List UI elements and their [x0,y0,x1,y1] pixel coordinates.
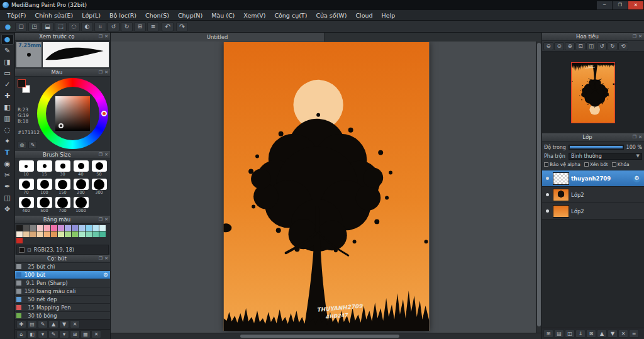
bút chì[interactable]: 25 bút chì ⚙ [15,263,110,271]
palette-swatch[interactable] [44,225,50,231]
ruler-icon[interactable]: ≡ [147,22,159,31]
bucket-tool[interactable]: ◧ [1,102,14,113]
brush-size-preset[interactable]: 10 [17,160,35,178]
edit-brush-icon[interactable]: ✎ [38,320,48,328]
vertical-scrollbar[interactable] [536,42,541,333]
gradient-tool[interactable]: ▥ [1,113,14,124]
navigator-thumbnail[interactable] [572,63,614,123]
palette-swatch[interactable] [30,231,36,237]
rotate-right-icon[interactable]: ↻ [608,42,618,50]
palette-swatch[interactable] [58,225,64,231]
layer-settings-icon[interactable]: ⚙ [633,174,641,182]
menu-item[interactable]: Bộ lọc(R) [105,12,141,19]
brush-size-preset[interactable]: 30 [53,160,72,178]
new-folder-icon[interactable]: ▤ [554,330,564,338]
menu-item[interactable]: Cloud [351,12,377,19]
palette-swatch[interactable] [23,231,30,237]
pencil-tool[interactable]: ✎ [1,45,14,56]
layer-up-icon[interactable]: ▲ [597,330,607,338]
checkbox-icon[interactable] [584,162,589,167]
open-icon[interactable]: ◳ [28,22,40,31]
brush-size-preset[interactable]: 200 [72,179,90,196]
delete-brush-icon[interactable]: ✕ [70,320,80,328]
main-color-icon[interactable]: ● [2,22,14,31]
rect-select-tool[interactable]: ▭ [1,68,14,79]
close-panel-icon[interactable]: ✕ [104,152,108,157]
rotate-left-icon[interactable]: ↺ [108,22,119,31]
float-panel-icon[interactable]: ❐ [633,135,636,140]
brush-size-preset[interactable]: 50 [90,160,108,178]
menu-item[interactable]: Xem(V) [239,12,270,19]
float-panel-icon[interactable]: ❐ [633,34,636,39]
redo-icon[interactable]: ↷ [176,22,188,31]
zoom-value-icon[interactable]: ⊙ [554,42,564,50]
layer-option-checkbox[interactable]: Xén bớt [584,162,608,167]
close-panel-icon[interactable]: ✕ [638,135,642,140]
grid-toggle-icon[interactable]: ⊞ [70,330,80,338]
palette-swatch[interactable] [92,231,99,237]
eyedropper-tool[interactable]: ◉ [1,158,14,169]
checkbox-icon[interactable] [612,162,616,167]
palette-swatch[interactable] [86,231,92,237]
palette-swatch[interactable] [79,225,85,231]
canvas-viewport[interactable] [111,42,541,333]
close-panel-icon[interactable]: ✕ [104,217,108,222]
menu-item[interactable]: Chỉnh sửa(E) [31,12,78,19]
float-panel-icon[interactable]: ❐ [99,256,103,261]
Pen (Sharp)[interactable]: 9.1 Pen (Sharp) ⚙ [15,279,110,287]
magic-wand-tool[interactable]: ✦ [1,136,14,147]
trash-icon[interactable]: ✕ [91,330,101,338]
layer-visibility-icon[interactable] [546,193,549,196]
layer-option-checkbox[interactable]: Khóa [612,162,630,167]
menu-item[interactable]: Công cụ(T) [270,12,311,19]
palette-swatch[interactable] [72,225,78,231]
zoom-in-icon[interactable]: ⊕ [565,42,575,50]
brush-folder-icon[interactable]: ▤ [27,320,37,328]
layer-visibility-icon[interactable] [546,209,549,213]
select-pen-tool[interactable]: ✓ [1,79,14,90]
Mapping Pen[interactable]: 15 Mapping Pen ⚙ [15,304,110,312]
opacity-slider[interactable] [569,145,624,150]
cursor-dropdown-icon[interactable]: ▾ [59,330,69,338]
menu-item[interactable]: Tệp(F) [3,12,31,19]
duplicate-layer-icon[interactable]: ◫ [565,330,575,338]
Lớp2[interactable]: Lớp2 ⚙ [542,187,644,203]
delete-swatch-icon[interactable]: ⊟ [27,247,31,253]
new-layer-icon[interactable]: ⊞ [543,330,553,338]
close-panel-icon[interactable]: ✕ [104,34,108,39]
fg-bg-swap-icon[interactable]: ◧ [27,330,37,338]
layer-option-checkbox[interactable]: Bảo vệ alpha [544,162,580,167]
eraser-tool[interactable]: ◨ [1,57,14,67]
layer-thumbnail[interactable] [553,172,569,185]
palette-swatch[interactable] [65,231,71,237]
brush-size-preset[interactable]: 400 [17,197,35,214]
palette-swatch[interactable] [16,225,23,231]
lasso-tool[interactable]: ◌ [1,125,14,135]
brush-size-preset[interactable]: 40 [72,160,90,178]
maximize-button[interactable]: ❐ [613,1,628,9]
blend-mode-select[interactable]: Bình thường ▼ [569,153,642,160]
select-all-icon[interactable]: ⬚ [55,22,67,31]
clear-layer-icon[interactable]: ⊠ [586,330,596,338]
menu-item[interactable]: Help [377,12,400,19]
reset-view-icon[interactable]: ⟲ [618,42,628,50]
palette-swatch[interactable] [37,231,43,237]
text-tool[interactable]: T [1,147,14,158]
palette-swatch[interactable] [86,225,92,231]
color-slider-mode-icon[interactable]: ✎ [28,141,37,149]
close-panel-icon[interactable]: ✕ [104,70,108,75]
home-icon[interactable]: ⌂ [16,330,26,338]
palette-swatch[interactable] [79,231,85,237]
delete-layer-icon[interactable]: ✕ [618,330,628,338]
menu-item[interactable]: Chọn(S) [141,12,174,19]
layer-down-icon[interactable]: ▼ [608,330,618,338]
menu-item[interactable]: Lớp(L) [77,12,105,19]
scissors-tool[interactable]: ✂ [1,170,14,181]
brush-size-preset[interactable]: 15 [35,160,53,178]
layer-thumbnail[interactable] [553,205,569,218]
palette-swatch[interactable] [99,225,106,231]
thuyanh2709[interactable]: thuyanh2709 ⚙ [542,170,644,187]
palette-swatch[interactable] [51,225,57,231]
layer-thumbnail[interactable] [553,189,569,201]
actual-size-icon[interactable]: ◫ [586,42,596,50]
